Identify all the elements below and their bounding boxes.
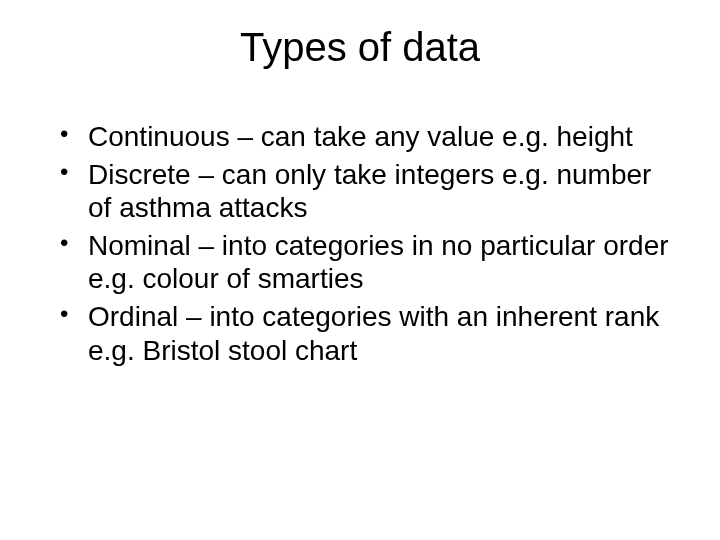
- bullet-item: Continuous – can take any value e.g. hei…: [60, 120, 670, 154]
- bullet-item: Discrete – can only take integers e.g. n…: [60, 158, 670, 225]
- bullet-list: Continuous – can take any value e.g. hei…: [50, 120, 670, 367]
- slide-title: Types of data: [50, 25, 670, 70]
- slide-container: Types of data Continuous – can take any …: [0, 0, 720, 540]
- bullet-item: Ordinal – into categories with an inhere…: [60, 300, 670, 367]
- bullet-item: Nominal – into categories in no particul…: [60, 229, 670, 296]
